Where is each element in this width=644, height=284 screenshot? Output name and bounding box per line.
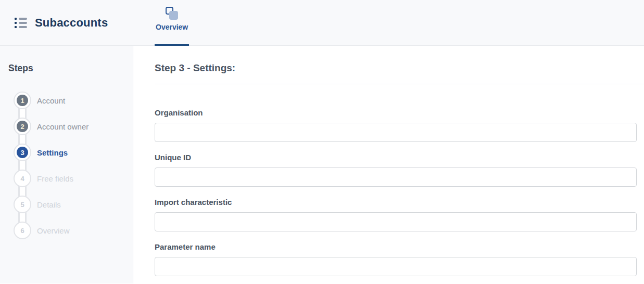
page-title: Subaccounts	[35, 16, 108, 30]
step-item-overview[interactable]: 6 Overview	[17, 225, 70, 236]
step-label: Free fields	[37, 174, 73, 183]
tab-overview[interactable]: Overview	[155, 0, 189, 45]
step-number-badge: 3	[17, 147, 28, 158]
parameter-name-input[interactable]	[155, 257, 637, 276]
step-item-account[interactable]: 1 Account	[17, 95, 65, 106]
steps-title: Steps	[8, 63, 33, 74]
step-label: Overview	[37, 226, 70, 235]
form-group-organisation: Organisation	[155, 108, 637, 142]
organisation-label: Organisation	[155, 108, 637, 117]
form-group-import-characteristic: Import characteristic	[155, 198, 637, 231]
tab-overview-label: Overview	[156, 23, 188, 31]
step-number-badge: 1	[17, 95, 28, 106]
step-item-settings[interactable]: 3 Settings	[17, 147, 68, 158]
main-content: Step 3 - Settings: Organisation Unique I…	[133, 46, 644, 283]
step-item-account-owner[interactable]: 2 Account owner	[17, 121, 89, 132]
form-group-unique-id: Unique ID	[155, 153, 637, 187]
step-heading: Step 3 - Settings:	[155, 62, 637, 74]
parameter-name-label: Parameter name	[155, 242, 637, 251]
list-icon	[15, 18, 27, 28]
step-item-details[interactable]: 5 Details	[17, 199, 61, 210]
settings-form: Organisation Unique ID Import characteri…	[155, 108, 637, 276]
step-label: Settings	[37, 148, 68, 157]
step-connector-track	[18, 100, 27, 230]
unique-id-label: Unique ID	[155, 153, 637, 162]
import-characteristic-label: Import characteristic	[155, 198, 637, 206]
import-characteristic-input[interactable]	[155, 212, 637, 231]
steps-sidebar: Steps 1 Account 2 Account owner 3 Settin…	[0, 46, 133, 283]
step-number-badge: 4	[17, 173, 28, 184]
form-group-parameter-name: Parameter name	[155, 242, 637, 276]
step-label: Account	[37, 96, 65, 105]
step-number-badge: 2	[17, 121, 28, 132]
step-item-free-fields[interactable]: 4 Free fields	[17, 173, 73, 184]
brand: Subaccounts	[15, 0, 108, 45]
step-number-badge: 6	[17, 225, 28, 236]
step-number-badge: 5	[17, 199, 28, 210]
app-header: Subaccounts Overview	[0, 0, 644, 46]
organisation-input[interactable]	[155, 123, 637, 142]
overlapping-squares-icon	[166, 7, 178, 20]
step-label: Account owner	[37, 122, 89, 131]
step-label: Details	[37, 200, 61, 209]
unique-id-input[interactable]	[155, 167, 637, 187]
heading-divider	[155, 84, 644, 84]
